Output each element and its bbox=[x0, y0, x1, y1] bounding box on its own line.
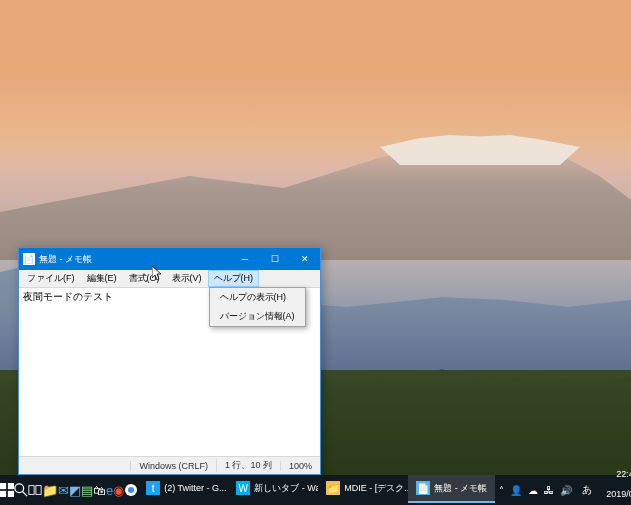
help-view-help[interactable]: ヘルプの表示(H) bbox=[210, 288, 305, 307]
pinned-mail-icon[interactable]: ✉ bbox=[58, 475, 69, 505]
tray-people-icon[interactable]: 👤 bbox=[510, 485, 522, 496]
notepad-app-icon: 📄 bbox=[23, 253, 35, 265]
task-label: (2) Twitter - G... bbox=[164, 483, 226, 493]
titlebar[interactable]: 📄 無題 - メモ帳 ─ ☐ ✕ bbox=[19, 248, 320, 270]
taskbar-task-3[interactable]: 📄無題 - メモ帳 bbox=[408, 475, 495, 503]
ime-indicator[interactable]: あ bbox=[578, 483, 596, 497]
task-icon: t bbox=[146, 481, 160, 495]
pinned-app3-icon[interactable]: ◉ bbox=[113, 475, 124, 505]
pinned-store-icon[interactable]: 🛍 bbox=[93, 475, 106, 505]
pinned-edge-icon[interactable]: e bbox=[106, 475, 113, 505]
menu-help-label: ヘルプ(H) bbox=[214, 273, 254, 283]
menu-edit[interactable]: 編集(E) bbox=[81, 270, 123, 287]
maximize-button[interactable]: ☐ bbox=[260, 248, 290, 270]
menu-file[interactable]: ファイル(F) bbox=[21, 270, 81, 287]
search-button[interactable] bbox=[14, 475, 28, 505]
desktop-wallpaper: 📄 無題 - メモ帳 ─ ☐ ✕ ファイル(F) 編集(E) 書式(O) 表示(… bbox=[0, 0, 631, 475]
menu-help[interactable]: ヘルプ(H) ヘルプの表示(H) バージョン情報(A) bbox=[208, 270, 260, 287]
taskbar: 📁 ✉ ◩ ▤ 🛍 e ◉ t(2) Twitter - G...W新しいタブ … bbox=[0, 475, 631, 505]
svg-rect-6 bbox=[29, 486, 34, 495]
svg-rect-2 bbox=[0, 491, 6, 497]
wallpaper-snow bbox=[380, 135, 580, 165]
svg-rect-0 bbox=[0, 483, 6, 489]
task-view-button[interactable] bbox=[28, 475, 42, 505]
menubar: ファイル(F) 編集(E) 書式(O) 表示(V) ヘルプ(H) ヘルプの表示(… bbox=[19, 270, 320, 288]
minimize-button[interactable]: ─ bbox=[230, 248, 260, 270]
svg-rect-7 bbox=[36, 486, 41, 495]
taskbar-task-1[interactable]: W新しいタブ - Wa... bbox=[228, 475, 318, 503]
tray-network-icon[interactable]: 🖧 bbox=[544, 485, 554, 496]
pinned-app-icon[interactable]: ◩ bbox=[69, 475, 81, 505]
svg-line-5 bbox=[23, 492, 27, 496]
status-encoding: Windows (CRLF) bbox=[130, 461, 216, 471]
menu-view[interactable]: 表示(V) bbox=[166, 270, 208, 287]
task-label: 新しいタブ - Wa... bbox=[254, 482, 318, 495]
help-about[interactable]: バージョン情報(A) bbox=[210, 307, 305, 326]
tray-chevron-up-icon[interactable]: ˄ bbox=[499, 485, 504, 496]
tray-volume-icon[interactable]: 🔊 bbox=[560, 485, 572, 496]
task-label: 無題 - メモ帳 bbox=[434, 482, 487, 495]
pinned-chrome-icon[interactable] bbox=[124, 475, 138, 505]
system-tray: ˄ 👤 ☁ 🖧 🔊 あ bbox=[495, 483, 600, 497]
help-dropdown: ヘルプの表示(H) バージョン情報(A) bbox=[209, 287, 306, 327]
task-icon: 📁 bbox=[326, 481, 340, 495]
notepad-window[interactable]: 📄 無題 - メモ帳 ─ ☐ ✕ ファイル(F) 編集(E) 書式(O) 表示(… bbox=[18, 247, 321, 475]
tray-cloud-icon[interactable]: ☁ bbox=[528, 485, 538, 496]
statusbar: Windows (CRLF) 1 行、10 列 100% bbox=[19, 456, 320, 474]
taskbar-task-2[interactable]: 📁MDIE - [デスク... bbox=[318, 475, 408, 503]
svg-point-4 bbox=[15, 484, 24, 493]
window-title: 無題 - メモ帳 bbox=[39, 253, 230, 266]
taskbar-task-0[interactable]: t(2) Twitter - G... bbox=[138, 475, 228, 503]
clock-time: 22:44:43 午後 bbox=[606, 470, 631, 490]
svg-point-9 bbox=[128, 487, 134, 493]
start-button[interactable] bbox=[0, 475, 14, 505]
close-button[interactable]: ✕ bbox=[290, 248, 320, 270]
task-icon: W bbox=[236, 481, 250, 495]
taskbar-clock[interactable]: 22:44:43 午後 2019/01/16 水 bbox=[600, 470, 631, 505]
status-cursor-position: 1 行、10 列 bbox=[216, 459, 280, 472]
clock-date: 2019/01/16 水 bbox=[606, 490, 631, 505]
status-zoom: 100% bbox=[280, 461, 320, 471]
task-icon: 📄 bbox=[416, 481, 430, 495]
menu-format[interactable]: 書式(O) bbox=[123, 270, 166, 287]
pinned-explorer-icon[interactable]: 📁 bbox=[42, 475, 58, 505]
pinned-app2-icon[interactable]: ▤ bbox=[81, 475, 93, 505]
task-label: MDIE - [デスク... bbox=[344, 482, 408, 495]
